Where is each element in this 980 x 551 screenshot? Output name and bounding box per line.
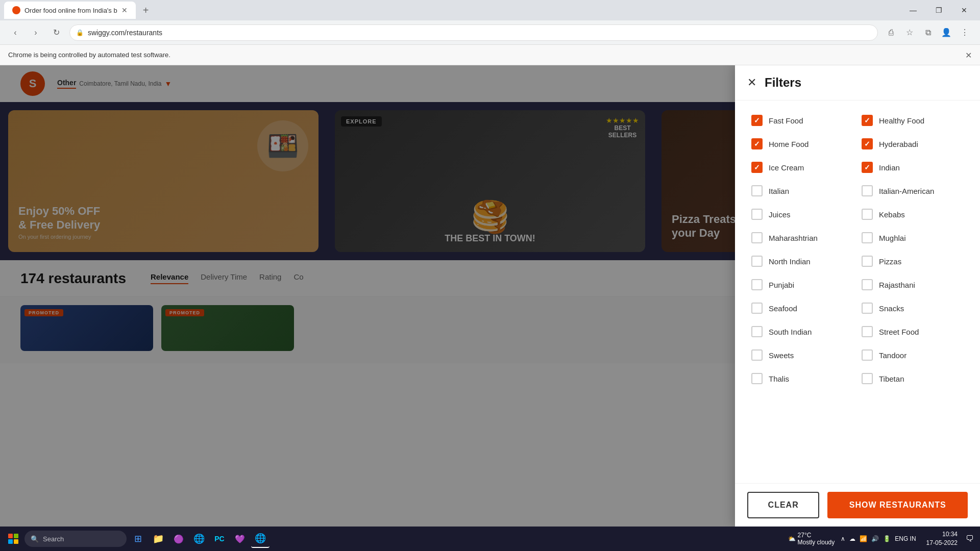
- filter-item-mughlai[interactable]: Mughlai: [857, 226, 968, 249]
- filter-checkbox-thalis[interactable]: [751, 373, 763, 384]
- filter-label-street-food: Street Food: [879, 328, 919, 336]
- filter-checkbox-italian[interactable]: [751, 185, 763, 196]
- profile-icon[interactable]: 👤: [939, 26, 953, 40]
- filter-checkbox-fast-food[interactable]: [751, 115, 763, 126]
- forward-button[interactable]: ›: [29, 26, 43, 40]
- clear-button[interactable]: CLEAR: [747, 492, 819, 518]
- filter-checkbox-rajasthani[interactable]: [862, 279, 873, 290]
- filter-label-juices: Juices: [769, 210, 791, 219]
- filter-checkbox-punjabi[interactable]: [751, 279, 763, 290]
- page-area: S Other Coimbatore, Tamil Nadu, India ▼ …: [0, 65, 980, 527]
- lock-icon: 🔒: [76, 29, 84, 36]
- tab-favicon: [12, 6, 20, 14]
- filter-item-snacks[interactable]: Snacks: [857, 296, 968, 320]
- filter-checkbox-snacks[interactable]: [862, 303, 873, 314]
- filter-item-thalis[interactable]: Thalis: [747, 367, 857, 390]
- close-button[interactable]: ✕: [952, 2, 976, 18]
- start-button[interactable]: [4, 530, 22, 548]
- taskbar-teams[interactable]: 🟣: [169, 530, 188, 548]
- filter-checkbox-tibetan[interactable]: [862, 373, 873, 384]
- filter-checkbox-street-food[interactable]: [862, 326, 873, 337]
- taskbar-pycharm[interactable]: PC: [210, 530, 229, 548]
- taskbar-search[interactable]: 🔍 Search: [24, 531, 127, 547]
- filter-checkbox-ice-cream[interactable]: [751, 162, 763, 173]
- filter-label-hyderabadi: Hyderabadi: [879, 140, 918, 148]
- tab-close-button[interactable]: ✕: [121, 6, 128, 14]
- restore-button[interactable]: ❐: [927, 2, 950, 18]
- filter-item-street-food[interactable]: Street Food: [857, 320, 968, 343]
- split-view-icon[interactable]: ⧉: [921, 26, 935, 40]
- tab-bar: Order food online from India's b ✕ +: [4, 0, 899, 20]
- taskbar: 🔍 Search ⊞ 📁 🟣 🌐 PC 💜 🌐 ⛅ 27°C Mostly cl…: [0, 527, 980, 551]
- filter-checkbox-maharashtrian[interactable]: [751, 232, 763, 243]
- filter-item-fast-food[interactable]: Fast Food: [747, 109, 857, 132]
- taskbar-chrome-alt[interactable]: 🌐: [190, 530, 208, 548]
- notification-bar: Chrome is being controlled by automated …: [0, 45, 980, 65]
- bookmark-icon[interactable]: ☆: [902, 26, 917, 40]
- filter-checkbox-italian-american[interactable]: [862, 185, 873, 196]
- filter-item-punjabi[interactable]: Punjabi: [747, 273, 857, 296]
- filter-checkbox-juices[interactable]: [751, 209, 763, 220]
- taskbar-file-explorer[interactable]: 📁: [149, 530, 167, 548]
- filter-item-sweets[interactable]: Sweets: [747, 343, 857, 367]
- filter-checkbox-seafood[interactable]: [751, 303, 763, 314]
- toolbar-icons: ⎙ ☆ ⧉ 👤 ⋮: [884, 26, 972, 40]
- minimize-button[interactable]: —: [901, 2, 925, 18]
- filter-label-punjabi: Punjabi: [769, 281, 794, 289]
- filter-checkbox-south-indian[interactable]: [751, 326, 763, 337]
- address-bar[interactable]: 🔒 swiggy.com/restaurants: [69, 24, 878, 41]
- filter-item-juices[interactable]: Juices: [747, 203, 857, 226]
- filter-checkbox-hyderabadi[interactable]: [862, 138, 873, 149]
- taskbar-ms-teams[interactable]: 💜: [231, 530, 249, 548]
- filter-item-ice-cream[interactable]: Ice Cream: [747, 156, 857, 179]
- filter-item-south-indian[interactable]: South Indian: [747, 320, 857, 343]
- filter-label-tandoor: Tandoor: [879, 351, 906, 360]
- filter-item-rajasthani[interactable]: Rajasthani: [857, 273, 968, 296]
- filter-item-healthy-food[interactable]: Healthy Food: [857, 109, 968, 132]
- active-tab[interactable]: Order food online from India's b ✕: [4, 2, 136, 19]
- weather-desc: Mostly cloudy: [798, 539, 835, 546]
- filter-item-tibetan[interactable]: Tibetan: [857, 367, 968, 390]
- filter-checkbox-indian[interactable]: [862, 162, 873, 173]
- filter-item-italian[interactable]: Italian: [747, 179, 857, 203]
- filter-checkbox-kebabs[interactable]: [862, 209, 873, 220]
- date-display: 17-05-2022: [926, 539, 958, 547]
- filter-title: Filters: [765, 76, 801, 90]
- browser-toolbar: ‹ › ↻ 🔒 swiggy.com/restaurants ⎙ ☆ ⧉ 👤 ⋮: [0, 20, 980, 45]
- filter-item-hyderabadi[interactable]: Hyderabadi: [857, 132, 968, 156]
- filter-checkbox-sweets[interactable]: [751, 349, 763, 361]
- filter-label-thalis: Thalis: [769, 374, 789, 383]
- taskbar-chrome-active[interactable]: 🌐: [251, 530, 270, 548]
- filter-label-fast-food: Fast Food: [769, 116, 803, 125]
- filter-item-north-indian[interactable]: North Indian: [747, 249, 857, 273]
- filter-label-north-indian: North Indian: [769, 257, 811, 266]
- new-tab-button[interactable]: +: [138, 2, 154, 18]
- filter-checkbox-pizzas[interactable]: [862, 256, 873, 267]
- notification-close-button[interactable]: ✕: [965, 50, 972, 60]
- filter-checkbox-healthy-food[interactable]: [862, 115, 873, 126]
- temperature: 27°C: [798, 532, 835, 539]
- filter-checkbox-home-food[interactable]: [751, 138, 763, 149]
- filter-item-tandoor[interactable]: Tandoor: [857, 343, 968, 367]
- filter-close-button[interactable]: ✕: [747, 76, 756, 89]
- show-restaurants-button[interactable]: SHOW RESTAURANTS: [827, 492, 968, 518]
- back-button[interactable]: ‹: [8, 26, 22, 40]
- filter-item-maharashtrian[interactable]: Maharashtrian: [747, 226, 857, 249]
- taskbar-widgets[interactable]: ⊞: [129, 530, 147, 548]
- filter-body: Fast FoodHealthy FoodHome FoodHyderabadi…: [735, 101, 980, 483]
- menu-icon[interactable]: ⋮: [958, 26, 972, 40]
- filter-checkbox-mughlai[interactable]: [862, 232, 873, 243]
- filter-item-seafood[interactable]: Seafood: [747, 296, 857, 320]
- filter-checkbox-tandoor[interactable]: [862, 349, 873, 361]
- notification-center-button[interactable]: 🗨: [964, 534, 976, 543]
- refresh-button[interactable]: ↻: [49, 26, 63, 40]
- share-icon[interactable]: ⎙: [884, 26, 898, 40]
- filter-item-kebabs[interactable]: Kebabs: [857, 203, 968, 226]
- filter-item-indian[interactable]: Indian: [857, 156, 968, 179]
- filter-label-sweets: Sweets: [769, 351, 794, 360]
- filter-checkbox-north-indian[interactable]: [751, 256, 763, 267]
- filter-item-pizzas[interactable]: Pizzas: [857, 249, 968, 273]
- filter-item-italian-american[interactable]: Italian-American: [857, 179, 968, 203]
- chevron-icon: ∧: [841, 535, 845, 542]
- filter-item-home-food[interactable]: Home Food: [747, 132, 857, 156]
